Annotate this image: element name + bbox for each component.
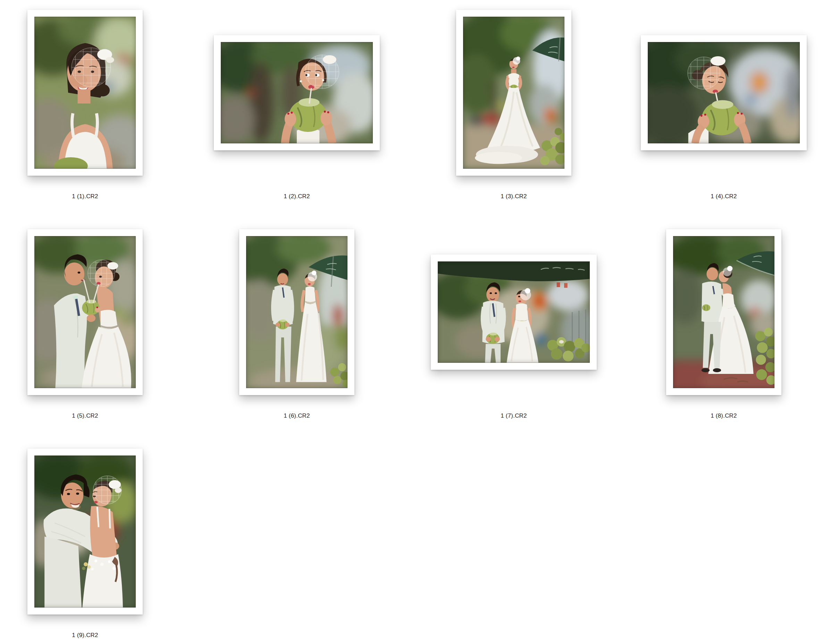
file-tile[interactable]: 1 (7).CR2 xyxy=(431,255,597,370)
file-tile[interactable]: 1 (5).CR2 xyxy=(28,229,143,395)
filename-label: 1 (1).CR2 xyxy=(72,193,98,200)
filename-label: 1 (6).CR2 xyxy=(284,412,310,419)
file-tile[interactable]: 1 (3).CR2 xyxy=(456,10,571,176)
filename-label: 1 (8).CR2 xyxy=(710,412,737,419)
photo-thumbnail-bride-full-length-street[interactable] xyxy=(463,17,564,169)
thumbnail-card[interactable] xyxy=(666,229,781,395)
photo-thumbnail-bride-veil-closeup[interactable] xyxy=(34,17,136,169)
thumbnail-card[interactable] xyxy=(239,229,354,395)
filename-label: 1 (5).CR2 xyxy=(72,412,98,419)
photo-thumbnail-couple-standing-street[interactable] xyxy=(246,236,348,388)
thumbnail-card[interactable] xyxy=(214,35,380,150)
photo-thumbnail-bride-coconut-sip[interactable] xyxy=(648,42,800,143)
filename-label: 1 (9).CR2 xyxy=(72,632,98,639)
thumbnail-card[interactable] xyxy=(28,229,143,395)
photo-thumbnail-couple-holding-coconuts[interactable] xyxy=(438,261,590,363)
filename-label: 1 (2).CR2 xyxy=(284,193,310,200)
thumbnail-card[interactable] xyxy=(431,255,597,370)
filename-label: 1 (3).CR2 xyxy=(501,193,527,200)
filename-label: 1 (4).CR2 xyxy=(710,193,737,200)
file-tile[interactable]: 1 (2).CR2 xyxy=(214,35,380,150)
thumbnail-card[interactable] xyxy=(641,35,807,150)
filename-label: 1 (7).CR2 xyxy=(501,412,527,419)
file-tile[interactable]: 1 (6).CR2 xyxy=(239,229,354,395)
photo-thumbnail-couple-embracing[interactable] xyxy=(34,455,136,607)
thumbnail-card[interactable] xyxy=(28,449,143,615)
thumbnail-grid: 1 (1).CR2 1 (2).CR2 1 (3).CR2 1 (4).CR2 … xyxy=(0,0,822,644)
file-tile[interactable]: 1 (1).CR2 xyxy=(28,10,143,176)
thumbnail-card[interactable] xyxy=(456,10,571,176)
file-tile[interactable]: 1 (8).CR2 xyxy=(666,229,781,395)
file-tile[interactable]: 1 (4).CR2 xyxy=(641,35,807,150)
photo-thumbnail-couple-sharing-coconut[interactable] xyxy=(34,236,136,388)
file-tile[interactable]: 1 (9).CR2 xyxy=(28,449,143,615)
photo-thumbnail-couple-kissing[interactable] xyxy=(673,236,774,388)
photo-thumbnail-bride-coconut-straw[interactable] xyxy=(221,42,373,143)
thumbnail-card[interactable] xyxy=(28,10,143,176)
